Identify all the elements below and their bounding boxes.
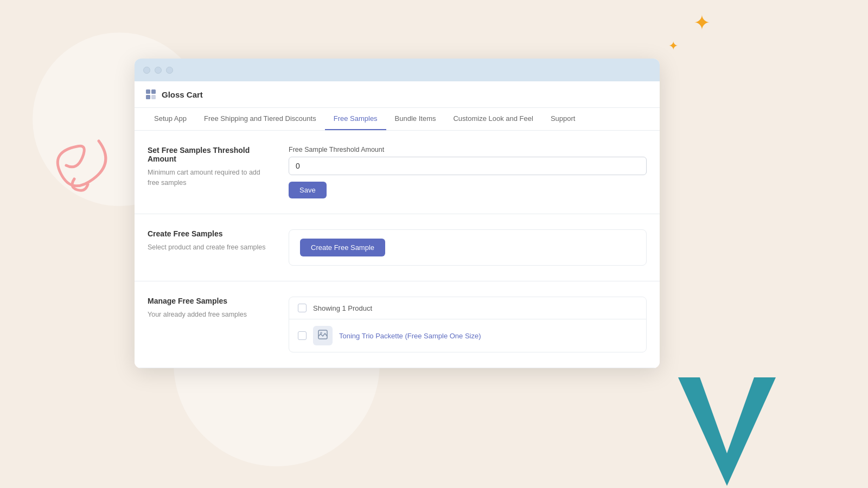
manage-samples-desc: Your already added free samples — [148, 310, 267, 320]
save-button[interactable]: Save — [289, 182, 327, 198]
showing-product-label: Showing 1 Product — [313, 304, 372, 312]
app-logo-icon — [145, 89, 156, 100]
create-samples-right: Create Free Sample — [289, 229, 647, 266]
browser-dot-red — [143, 67, 150, 74]
tab-customize[interactable]: Customize Look and Feel — [444, 108, 541, 130]
manage-samples-title: Manage Free Samples — [148, 297, 267, 305]
manage-samples-right: Showing 1 Product — [289, 297, 647, 352]
threshold-field-label: Free Sample Threshold Amount — [289, 146, 647, 153]
select-all-checkbox[interactable] — [298, 304, 307, 312]
browser-window: Gloss Cart Setup App Free Shipping and T… — [135, 59, 660, 368]
main-content: Set Free Samples Threshold Amount Minimu… — [135, 131, 660, 368]
product-checkbox[interactable] — [298, 331, 307, 340]
manage-header-row: Showing 1 Product — [289, 297, 646, 319]
manage-samples-box: Showing 1 Product — [289, 297, 647, 352]
svg-rect-3 — [146, 95, 150, 99]
app-header: Gloss Cart — [135, 81, 660, 108]
tab-bundle[interactable]: Bundle Items — [386, 108, 445, 130]
browser-content: Gloss Cart Setup App Free Shipping and T… — [135, 81, 660, 368]
star-large-icon: ✦ — [693, 11, 711, 35]
create-free-sample-button[interactable]: Create Free Sample — [300, 239, 385, 256]
manage-samples-section: Manage Free Samples Your already added f… — [135, 281, 660, 368]
product-row: Toning Trio Packette (Free Sample One Si… — [289, 319, 646, 352]
product-image-icon — [317, 329, 328, 343]
tab-setup[interactable]: Setup App — [145, 108, 195, 130]
svg-rect-1 — [146, 89, 150, 94]
star-small-icon: ✦ — [668, 39, 678, 53]
tab-shipping[interactable]: Free Shipping and Tiered Discounts — [195, 108, 325, 130]
threshold-title: Set Free Samples Threshold Amount — [148, 146, 267, 163]
manage-samples-left: Manage Free Samples Your already added f… — [148, 297, 267, 320]
create-sample-box: Create Free Sample — [289, 229, 647, 266]
nav-tabs: Setup App Free Shipping and Tiered Disco… — [135, 108, 660, 131]
threshold-section-left: Set Free Samples Threshold Amount Minimu… — [148, 146, 267, 188]
pink-swirl-decoration — [44, 130, 120, 197]
tab-free-samples[interactable]: Free Samples — [325, 108, 386, 130]
browser-dot-yellow — [155, 67, 162, 74]
browser-titlebar — [135, 59, 660, 81]
create-samples-section: Create Free Samples Select product and c… — [135, 214, 660, 281]
svg-marker-0 — [678, 377, 776, 486]
svg-rect-2 — [151, 89, 156, 94]
product-thumbnail — [313, 326, 333, 345]
threshold-section: Set Free Samples Threshold Amount Minimu… — [135, 131, 660, 214]
threshold-desc: Minimum cart amount required to add free… — [148, 168, 267, 188]
svg-rect-4 — [151, 95, 156, 99]
teal-v-decoration — [667, 377, 787, 488]
threshold-section-right: Free Sample Threshold Amount Save — [289, 146, 647, 198]
threshold-input[interactable] — [289, 157, 647, 175]
browser-dot-green — [166, 67, 173, 74]
create-samples-desc: Select product and create free samples — [148, 242, 267, 253]
create-samples-left: Create Free Samples Select product and c… — [148, 229, 267, 253]
tab-support[interactable]: Support — [542, 108, 584, 130]
product-name-link[interactable]: Toning Trio Packette (Free Sample One Si… — [339, 332, 481, 340]
create-samples-title: Create Free Samples — [148, 229, 267, 238]
app-title: Gloss Cart — [162, 90, 203, 99]
